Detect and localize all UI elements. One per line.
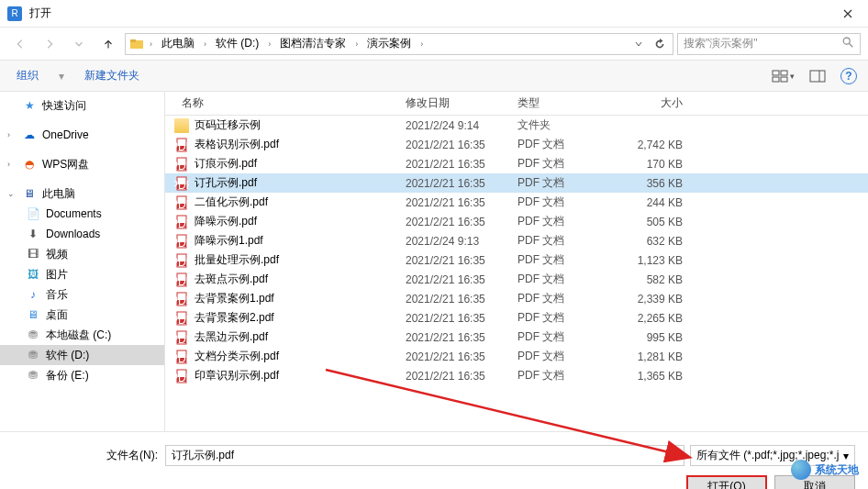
file-row[interactable]: PDF表格识别示例.pdf2021/2/21 16:35PDF 文档2,742 … [165, 135, 868, 154]
sidebar-desktop[interactable]: 🖥桌面 [0, 305, 164, 325]
svg-rect-7 [810, 71, 825, 82]
chevron-right-icon: › [353, 39, 360, 49]
filename-label: 文件名(N): [0, 448, 165, 463]
file-type: PDF 文档 [517, 329, 617, 345]
breadcrumb-folder2[interactable]: 演示案例 [363, 36, 415, 51]
sidebar-downloads[interactable]: ⬇Downloads [0, 224, 164, 244]
column-date[interactable]: 修改日期 [406, 95, 517, 111]
file-row[interactable]: PDF去背景案例2.pdf2021/2/21 16:35PDF 文档2,265 … [165, 308, 868, 328]
file-row[interactable]: PDF批量处理示例.pdf2021/2/21 16:35PDF 文档1,123 … [165, 250, 868, 270]
window-title: 打开 [29, 6, 51, 21]
file-row[interactable]: PDF印章识别示例.pdf2021/2/21 16:35PDF 文档1,365 … [165, 366, 868, 385]
pdf-icon: PDF [174, 369, 189, 383]
view-mode-button[interactable]: ▾ [772, 70, 795, 83]
file-row[interactable]: 页码迁移示例2021/2/24 9:14文件夹 [165, 116, 868, 135]
svg-text:PDF: PDF [174, 197, 189, 210]
refresh-button[interactable] [651, 38, 669, 50]
file-row[interactable]: PDF去黑边示例.pdf2021/2/21 16:35PDF 文档995 KB [165, 328, 868, 347]
file-name: 去斑点示例.pdf [195, 272, 268, 287]
globe-icon [791, 460, 811, 480]
file-row[interactable]: PDF降噪示例1.pdf2021/2/24 9:13PDF 文档632 KB [165, 231, 868, 250]
content-area: ★快速访问 ›☁OneDrive ›◓WPS网盘 ⌄🖥此电脑 📄Document… [0, 92, 868, 431]
folder-icon [129, 37, 144, 51]
navigation-sidebar: ★快速访问 ›☁OneDrive ›◓WPS网盘 ⌄🖥此电脑 📄Document… [0, 92, 165, 431]
pdf-icon: PDF [174, 138, 189, 152]
close-button[interactable] [827, 0, 868, 28]
breadcrumb-drive[interactable]: 软件 (D:) [212, 36, 262, 51]
sidebar-wps[interactable]: ›◓WPS网盘 [0, 154, 164, 174]
file-date: 2021/2/21 16:35 [406, 254, 517, 267]
sidebar-pictures[interactable]: 🖼图片 [0, 264, 164, 284]
column-size[interactable]: 大小 [617, 95, 690, 111]
sidebar-disk-c[interactable]: ⛃本地磁盘 (C:) [0, 325, 164, 345]
new-folder-button[interactable]: 新建文件夹 [79, 66, 145, 85]
organize-button[interactable]: 组织 [11, 66, 44, 85]
svg-rect-3 [773, 71, 779, 75]
sidebar-disk-e[interactable]: ⛃备份 (E:) [0, 365, 164, 385]
svg-rect-6 [781, 77, 787, 82]
sidebar-this-pc[interactable]: ⌄🖥此电脑 [0, 183, 164, 204]
file-name: 降噪示例1.pdf [195, 233, 263, 249]
file-date: 2021/2/21 16:35 [406, 273, 517, 286]
file-name: 订痕示例.pdf [195, 156, 257, 172]
file-type: PDF 文档 [517, 137, 617, 152]
watermark: 系统天地 [791, 460, 859, 480]
sidebar-videos[interactable]: 🎞视频 [0, 244, 164, 264]
file-row[interactable]: PDF订孔示例.pdf2021/2/21 16:35PDF 文档356 KB [165, 173, 868, 193]
file-date: 2021/2/21 16:35 [406, 312, 517, 325]
sidebar-music[interactable]: ♪音乐 [0, 284, 164, 305]
breadcrumb-folder1[interactable]: 图档清洁专家 [276, 36, 350, 51]
svg-rect-1 [130, 39, 136, 42]
file-type: PDF 文档 [517, 252, 617, 268]
svg-text:PDF: PDF [174, 313, 189, 326]
file-row[interactable]: PDF文档分类示例.pdf2021/2/21 16:35PDF 文档1,281 … [165, 347, 868, 366]
file-row[interactable]: PDF二值化示例.pdf2021/2/21 16:35PDF 文档244 KB [165, 193, 868, 212]
sidebar-onedrive[interactable]: ›☁OneDrive [0, 125, 164, 145]
file-type: PDF 文档 [517, 194, 617, 210]
recent-locations-button[interactable] [66, 33, 92, 55]
search-icon [841, 36, 854, 51]
help-button[interactable]: ? [840, 68, 857, 84]
pdf-icon: PDF [174, 195, 189, 210]
svg-text:PDF: PDF [174, 332, 189, 345]
file-date: 2021/2/21 16:35 [406, 370, 517, 383]
file-row[interactable]: PDF订痕示例.pdf2021/2/21 16:35PDF 文档170 KB [165, 154, 868, 173]
address-bar[interactable]: › 此电脑 › 软件 (D:) › 图档清洁专家 › 演示案例 › [125, 33, 673, 55]
svg-rect-5 [773, 77, 779, 82]
sidebar-label: Documents [46, 207, 102, 220]
file-row[interactable]: PDF去斑点示例.pdf2021/2/21 16:35PDF 文档582 KB [165, 270, 868, 289]
file-type: PDF 文档 [517, 310, 617, 326]
file-type: 文件夹 [517, 117, 617, 133]
svg-text:PDF: PDF [174, 351, 189, 364]
back-button[interactable] [7, 33, 33, 55]
pdf-icon: PDF [174, 234, 189, 249]
column-name[interactable]: 名称 [165, 95, 406, 111]
sidebar-label: 本地磁盘 (C:) [46, 328, 111, 343]
pdf-icon: PDF [174, 330, 189, 345]
filename-input[interactable]: 订孔示例.pdf ▾ [165, 445, 684, 466]
filename-value: 订孔示例.pdf [172, 448, 234, 463]
open-button[interactable]: 打开(O) [686, 475, 767, 489]
chevron-right-icon: › [202, 39, 208, 49]
toolbar-menu-dropdown[interactable]: ▾ [59, 70, 64, 83]
preview-pane-button[interactable] [809, 70, 826, 83]
sidebar-quick-access[interactable]: ★快速访问 [0, 95, 164, 116]
sidebar-disk-d[interactable]: ⛃软件 (D:) [0, 345, 164, 365]
file-size: 2,265 KB [617, 312, 690, 325]
file-size: 1,365 KB [617, 370, 690, 383]
svg-text:PDF: PDF [174, 139, 189, 152]
file-name: 订孔示例.pdf [195, 175, 257, 191]
column-type[interactable]: 类型 [517, 95, 617, 111]
breadcrumb-thispc[interactable]: 此电脑 [158, 36, 198, 51]
forward-button[interactable] [37, 33, 62, 55]
svg-text:PDF: PDF [174, 178, 189, 191]
sidebar-documents[interactable]: 📄Documents [0, 204, 164, 224]
file-type: PDF 文档 [517, 233, 617, 249]
file-row[interactable]: PDF去背景案例1.pdf2021/2/21 16:35PDF 文档2,339 … [165, 289, 868, 308]
address-dropdown[interactable] [630, 39, 647, 49]
file-size: 582 KB [617, 273, 690, 286]
up-button[interactable] [95, 33, 121, 55]
file-row[interactable]: PDF降噪示例.pdf2021/2/21 16:35PDF 文档505 KB [165, 212, 868, 231]
chevron-right-icon: › [266, 39, 273, 49]
search-input[interactable]: 搜索"演示案例" [677, 33, 861, 55]
